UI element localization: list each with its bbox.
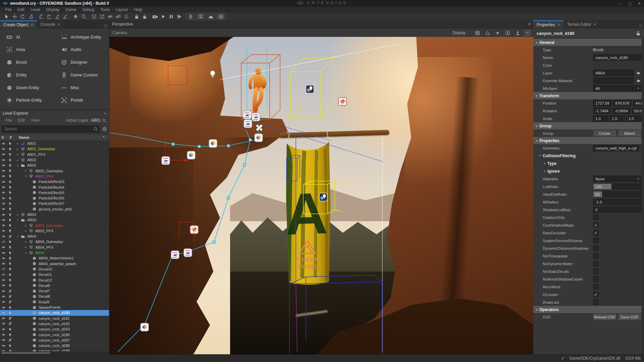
pick-icon[interactable] [7, 180, 13, 184]
pick-disabled-icon[interactable] [7, 338, 13, 342]
eye-icon[interactable] [0, 333, 7, 337]
record-icon[interactable] [504, 30, 511, 36]
forbidden-area-marker[interactable] [254, 123, 264, 133]
pick-icon[interactable] [7, 201, 13, 206]
prop-input[interactable]: AB04 [593, 70, 634, 76]
eye-icon[interactable] [0, 234, 7, 239]
close-icon[interactable]: ✕ [31, 23, 33, 26]
eye-icon[interactable] [0, 158, 7, 162]
bug-entity-marker[interactable] [338, 97, 347, 106]
column-visibility[interactable]: V [0, 135, 8, 139]
prop-checkbox[interactable]: ✓ [593, 292, 599, 297]
pick-icon[interactable] [7, 256, 13, 260]
prop-checkbox[interactable] [593, 261, 599, 266]
expander-icon[interactable]: ▸ [23, 240, 28, 243]
eye-icon[interactable] [0, 147, 7, 151]
pick-icon[interactable] [7, 213, 13, 217]
env-probe-marker[interactable] [319, 193, 328, 201]
prop-input[interactable]: canyon_wall_high_a.cgf [593, 145, 639, 151]
play-icon[interactable] [159, 13, 167, 20]
expander-icon[interactable]: ▸ [15, 147, 20, 150]
menu-display[interactable]: Display [43, 7, 62, 12]
prefab-marker[interactable] [171, 250, 179, 259]
eye-icon[interactable] [0, 141, 7, 146]
menu-level[interactable]: Level [28, 7, 43, 12]
explorer-menu-edit[interactable]: Edit [15, 118, 28, 123]
vector-input[interactable]: -0.9694 [612, 108, 631, 114]
expander-icon[interactable]: ▸ [15, 159, 20, 162]
column-freeze[interactable]: F [8, 135, 17, 139]
expander-icon[interactable]: ▾ [23, 175, 28, 178]
eye-icon[interactable] [0, 261, 7, 266]
eye-icon[interactable] [0, 300, 7, 304]
tree-row-AB02[interactable]: ▸AB02 [0, 157, 109, 163]
scrollbar-thumb[interactable] [1, 352, 50, 354]
snap-angle-icon[interactable] [45, 13, 53, 20]
create-item-archetype-entity[interactable]: Archetype Entity [55, 32, 109, 42]
pick-disabled-icon[interactable] [7, 289, 13, 293]
angle-icon[interactable] [484, 30, 490, 36]
search-input[interactable] [1, 125, 100, 133]
viewport-3d-scene[interactable]: A CHECK POINT [109, 37, 534, 355]
create-item-entity[interactable]: Entity [0, 70, 55, 80]
tree-row-AB03_PFX[interactable]: ▸AB03_PFX [0, 228, 109, 234]
tree-row-canyon_rock_d287[interactable]: canyon_rock_d287 [0, 338, 109, 343]
entity-cube-marker[interactable] [209, 139, 217, 148]
eye-icon[interactable] [0, 152, 7, 157]
props-tab-terrain-editor[interactable]: Terrain Editor✕ [564, 20, 600, 28]
select-area-icon[interactable] [90, 13, 98, 20]
pick-icon[interactable] [7, 174, 13, 178]
menu-game[interactable]: Game [62, 7, 79, 12]
prefab-marker[interactable] [244, 119, 252, 128]
pick-icon[interactable] [7, 223, 13, 228]
eye-icon[interactable] [0, 163, 7, 168]
menu-help[interactable]: Help [131, 7, 145, 12]
eye-icon[interactable] [0, 218, 7, 222]
create-item-geom-entity[interactable]: Geom Entity [0, 83, 55, 93]
pick-icon[interactable] [7, 261, 13, 266]
menu-file[interactable]: File [2, 7, 14, 12]
entity-cube-marker[interactable] [254, 133, 263, 142]
chevron-down-icon[interactable]: ▾ [539, 154, 541, 157]
pick-disabled-icon[interactable] [7, 294, 13, 299]
section-operators[interactable]: ▾Operators [533, 306, 644, 313]
pick-icon[interactable] [7, 273, 13, 277]
section-transform[interactable]: ▾Transform [533, 92, 644, 99]
helpers-icon[interactable]: H [525, 30, 530, 36]
eye-icon[interactable] [0, 190, 7, 195]
eye-icon[interactable] [0, 278, 7, 282]
tree-row-AB03[interactable]: ▸AB03 [0, 212, 109, 217]
pick-disabled-icon[interactable] [7, 234, 13, 239]
folder-icon[interactable] [635, 78, 641, 83]
zoom-object-icon[interactable] [79, 13, 88, 20]
tree-row-AB03[interactable]: ▾AB03 [0, 217, 109, 223]
eye-icon[interactable] [0, 321, 7, 326]
pick-icon[interactable] [7, 305, 13, 310]
create-tab-create-object[interactable]: Create Object✕ [0, 20, 37, 28]
display-menu[interactable]: Display [452, 31, 466, 35]
chevron-right-icon[interactable]: ▸ [544, 162, 545, 165]
rotate-icon[interactable] [18, 13, 26, 20]
tree-row-AB04[interactable]: ▾AB04 [0, 250, 109, 255]
pick-icon[interactable] [7, 185, 13, 189]
prop-checkbox[interactable] [593, 299, 599, 305]
pick-icon[interactable] [7, 311, 13, 315]
tree-row-canyon_rock_d253[interactable]: canyon_rock_d253 [0, 326, 109, 332]
prop-checkbox[interactable] [593, 245, 599, 251]
subsection-title[interactable]: Type [547, 161, 556, 166]
close-icon[interactable]: ✕ [528, 22, 531, 26]
eye-icon[interactable] [0, 294, 7, 299]
prop-slider[interactable]: 100 [593, 183, 641, 190]
eye-icon[interactable] [0, 174, 7, 178]
eye-slash-icon[interactable] [0, 240, 7, 244]
save-cgf-button[interactable]: Save CGF [618, 313, 641, 320]
tree-row-Decal12[interactable]: Decal12 [0, 277, 109, 283]
avatar-icon[interactable] [515, 30, 521, 36]
folder-icon[interactable] [635, 70, 641, 76]
section-general[interactable]: ▾General [533, 39, 644, 46]
tree-row-ParticleEffect54[interactable]: ParticleEffect54 [0, 184, 109, 190]
tree-row-ParticleEffect57[interactable]: ParticleEffect57 [0, 201, 109, 206]
create-tab-console[interactable]: Console✕ [37, 20, 64, 28]
section-properties[interactable]: ▾Properties [533, 137, 644, 144]
tree-row-Decal6[interactable]: Decal6 [0, 283, 109, 288]
